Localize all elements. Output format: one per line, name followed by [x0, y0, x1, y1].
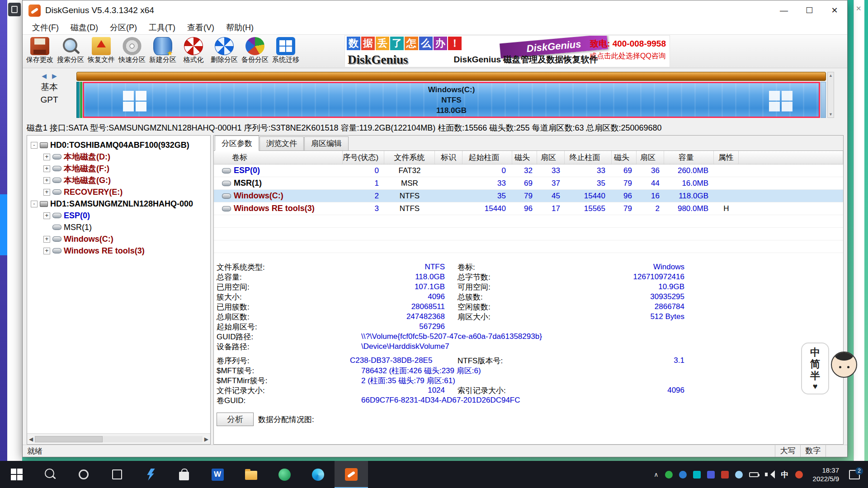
- backup-partition-button[interactable]: 备份分区: [240, 35, 270, 68]
- start-button[interactable]: [0, 461, 33, 488]
- background-close-icon[interactable]: ✕: [856, 5, 862, 13]
- close-button[interactable]: ✕: [822, 0, 847, 20]
- new-partition-button[interactable]: 新建分区: [147, 35, 178, 68]
- tab-browse-files[interactable]: 浏览文件: [259, 136, 304, 150]
- save-changes-button[interactable]: 保存更改: [24, 35, 55, 68]
- scroll-right-arrow-icon[interactable]: ▶: [204, 436, 208, 442]
- taskbar-search-button[interactable]: [33, 461, 67, 488]
- column-header[interactable]: 属性: [714, 151, 739, 164]
- partition-block-windows-c[interactable]: Windows(C:) NTFS 118.0GB: [83, 82, 820, 118]
- tree-item-windows-re[interactable]: + Windows RE tools(3): [27, 245, 210, 257]
- tray-icon-indigo[interactable]: [707, 471, 715, 479]
- tree-item-esp[interactable]: + ESP(0): [27, 210, 210, 221]
- partition-block-msr[interactable]: [80, 82, 82, 118]
- column-header[interactable]: 卷标: [214, 151, 343, 164]
- column-header[interactable]: 序号(状态): [343, 151, 384, 164]
- tree-item-windows-c[interactable]: + Windows(C:): [27, 233, 210, 245]
- expand-icon[interactable]: +: [43, 236, 50, 243]
- app-button-word[interactable]: [201, 461, 234, 488]
- disk-header-bar[interactable]: [76, 72, 826, 81]
- column-header[interactable]: 起始柱面: [462, 151, 512, 164]
- next-disk-arrow-icon[interactable]: ▶: [52, 72, 62, 80]
- tree-item-hd0[interactable]: - HD0:TOSHIBAMQ04ABF100(932GB): [27, 139, 210, 151]
- app-button-edge[interactable]: [301, 461, 335, 488]
- menu-file[interactable]: 文件(F): [26, 22, 65, 33]
- scroll-left-arrow-icon[interactable]: ◀: [29, 436, 33, 442]
- disk-list-scrollbar[interactable]: ▲▼: [827, 72, 834, 118]
- partition-block-re-tools[interactable]: [821, 82, 826, 118]
- column-header[interactable]: 扇区: [637, 151, 664, 164]
- detail-value: 66D9C7F6-8231-4D34-AD67-201D26DC94FC: [309, 396, 520, 405]
- analyze-button[interactable]: 分析: [217, 413, 254, 426]
- cortana-button[interactable]: [67, 461, 100, 488]
- recover-files-button[interactable]: 恢复文件: [86, 35, 117, 68]
- tray-icon-sogou[interactable]: [795, 471, 803, 479]
- ime-indicator[interactable]: 中: [781, 469, 789, 480]
- table-row-windows-re[interactable]: Windows RE tools(3) 3 NTFS 15440 96 17 1…: [214, 202, 843, 215]
- background-app-icon: [8, 3, 21, 16]
- column-header[interactable]: 磁头: [612, 151, 637, 164]
- app-button-file-explorer[interactable]: [234, 461, 268, 488]
- tray-icon-green[interactable]: [665, 471, 673, 479]
- delete-partition-button[interactable]: 删除分区: [209, 35, 240, 68]
- app-button-flash[interactable]: [134, 461, 167, 488]
- expand-icon[interactable]: +: [43, 154, 50, 160]
- table-row-esp[interactable]: ESP(0) 0 FAT32 0 32 33 33 69 36 260.0MB: [214, 164, 843, 177]
- system-migrate-button[interactable]: 系统迁移: [270, 35, 301, 68]
- taskbar-clock[interactable]: 18:37 2022/5/9: [813, 466, 839, 483]
- maximize-button[interactable]: ☐: [797, 0, 822, 20]
- tree-item-hd1[interactable]: - HD1:SAMSUNGMZNLN128HAHQ-000: [27, 198, 210, 210]
- menu-partition[interactable]: 分区(P): [104, 22, 143, 33]
- search-partition-button[interactable]: 搜索分区: [55, 35, 86, 68]
- tab-sector-edit[interactable]: 扇区编辑: [304, 136, 349, 150]
- tree-item-recovery-e[interactable]: + RECOVERY(E:): [27, 186, 210, 198]
- scrollbar-track[interactable]: [35, 436, 203, 442]
- app-button-browser-green[interactable]: [268, 461, 301, 488]
- app-button-store[interactable]: [167, 461, 201, 488]
- collapse-icon[interactable]: -: [31, 142, 38, 149]
- column-header[interactable]: 扇区: [537, 151, 565, 164]
- tree-item-local-f[interactable]: + 本地磁盘(F:): [27, 163, 210, 174]
- column-header[interactable]: 容量: [664, 151, 714, 164]
- tree-item-msr[interactable]: MSR(1): [27, 221, 210, 233]
- ad-banner[interactable]: 数 据 丢 了 怎 么 办 ！ DiskGenius DiskGenius 致电…: [344, 35, 670, 67]
- expand-icon[interactable]: +: [43, 165, 50, 172]
- expand-icon[interactable]: +: [43, 189, 50, 196]
- action-center-icon[interactable]: 2: [849, 470, 860, 479]
- column-header[interactable]: 标识: [435, 151, 462, 164]
- tray-icon-blue[interactable]: [679, 471, 687, 479]
- hidden-icons-chevron[interactable]: ∧: [654, 471, 658, 478]
- column-header[interactable]: 磁头: [512, 151, 537, 164]
- tree-item-local-g[interactable]: + 本地磁盘(G:): [27, 174, 210, 186]
- tray-icon-teal[interactable]: [693, 471, 701, 479]
- table-row-msr[interactable]: MSR(1) 1 MSR 33 69 37 35 79 44 16.0MB: [214, 177, 843, 190]
- collapse-icon[interactable]: -: [31, 201, 38, 207]
- partition-block-esp[interactable]: [76, 82, 80, 118]
- column-header[interactable]: 文件系统: [384, 151, 435, 164]
- expand-icon[interactable]: +: [43, 177, 50, 184]
- expand-icon[interactable]: +: [43, 248, 50, 254]
- menu-tools[interactable]: 工具(T): [143, 22, 181, 33]
- quick-partition-button[interactable]: 快速分区: [117, 35, 147, 68]
- minimize-button[interactable]: —: [771, 0, 797, 20]
- menu-disk[interactable]: 磁盘(D): [65, 22, 104, 33]
- menu-help[interactable]: 帮助(H): [220, 22, 259, 33]
- tray-icon-red[interactable]: [721, 471, 729, 479]
- menu-view[interactable]: 查看(V): [181, 22, 220, 33]
- tree-horizontal-scrollbar[interactable]: ◀ ▶: [27, 433, 210, 444]
- prev-disk-arrow-icon[interactable]: ◀: [42, 72, 52, 80]
- battery-icon[interactable]: [749, 472, 759, 477]
- format-button[interactable]: 格式化: [178, 35, 209, 68]
- detail-value: Windows: [567, 263, 684, 272]
- column-header[interactable]: 终止柱面: [565, 151, 612, 164]
- snowflake-icon[interactable]: [735, 471, 743, 479]
- detail-label: 卷标:: [445, 262, 567, 272]
- app-button-diskgenius[interactable]: [335, 461, 368, 488]
- expand-icon[interactable]: +: [43, 212, 50, 219]
- tab-partition-params[interactable]: 分区参数: [215, 136, 259, 151]
- task-view-button[interactable]: [100, 461, 134, 488]
- tree-item-local-d[interactable]: + 本地磁盘(D:): [27, 151, 210, 163]
- table-row-windows-c[interactable]: Windows(C:) 2 NTFS 35 79 45 15440 96 16 …: [214, 190, 843, 202]
- scrollbar-thumb[interactable]: [35, 436, 103, 442]
- volume-icon[interactable]: [765, 470, 775, 479]
